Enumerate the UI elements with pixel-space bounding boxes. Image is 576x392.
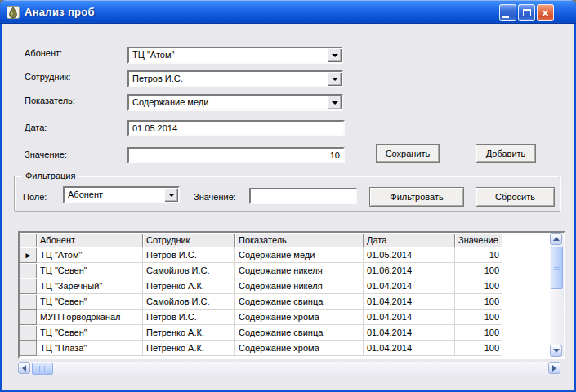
minimize-button[interactable] bbox=[499, 4, 516, 21]
column-header-abonent[interactable]: Абонент bbox=[37, 233, 143, 247]
cell-znachenie[interactable]: 100 bbox=[455, 310, 502, 325]
label-znachenie: Значение: bbox=[25, 149, 67, 159]
horizontal-scrollbar[interactable] bbox=[18, 362, 560, 376]
table-row[interactable]: ТЦ "Севен" Самойлов И.С. Содержание нике… bbox=[20, 263, 502, 278]
title-bar[interactable]: Анализ проб × bbox=[0, 0, 576, 24]
abonent-combobox-dropdown-button[interactable] bbox=[328, 48, 342, 62]
filter-field-dropdown-button[interactable] bbox=[164, 188, 178, 202]
cell-sotrudnik[interactable]: Самойлов И.С. bbox=[143, 263, 235, 278]
indicator-combobox[interactable]: Содержание меди bbox=[127, 94, 343, 111]
cell-data[interactable]: 01.05.2014 bbox=[364, 247, 455, 263]
vertical-scrollbar-thumb[interactable] bbox=[551, 247, 563, 289]
row-selector-cell[interactable] bbox=[20, 310, 37, 325]
table-row[interactable]: ТЦ "Севен" Самойлов И.С. Содержание свин… bbox=[20, 294, 502, 310]
current-row-arrow-icon: ► bbox=[25, 252, 33, 260]
chevron-down-icon bbox=[332, 101, 338, 108]
chevron-right-icon bbox=[552, 365, 556, 372]
table-row[interactable]: ► ТЦ "Атом" Петров И.С. Содержание меди … bbox=[20, 247, 502, 263]
row-selector-cell[interactable] bbox=[20, 278, 37, 294]
abonent-combobox-value: ТЦ "Атом" bbox=[132, 48, 325, 62]
add-button[interactable]: Добавить bbox=[476, 144, 536, 163]
table-row[interactable]: ТЦ "Заречный" Петренко А.К. Содержание н… bbox=[20, 278, 502, 294]
row-selector-cell[interactable] bbox=[20, 341, 37, 356]
table-row[interactable]: ТЦ "Плаза" Петренко А.К. Содержание хром… bbox=[20, 341, 502, 356]
indicator-combobox-dropdown-button[interactable] bbox=[328, 96, 342, 109]
label-sotrudnik: Сотрудник: bbox=[25, 72, 71, 82]
scroll-right-button[interactable] bbox=[548, 362, 560, 374]
label-pokazatel: Показатель: bbox=[25, 96, 75, 105]
cell-data[interactable]: 01.04.2014 bbox=[364, 294, 455, 310]
chevron-down-icon bbox=[168, 194, 175, 200]
cell-znachenie[interactable]: 10 bbox=[455, 247, 502, 263]
cell-data[interactable]: 01.04.2014 bbox=[364, 278, 455, 294]
reset-button[interactable]: Сбросить bbox=[476, 187, 555, 207]
cell-abonent[interactable]: ТЦ "Атом" bbox=[37, 247, 143, 263]
cell-sotrudnik[interactable]: Петров И.С. bbox=[143, 310, 235, 325]
cell-abonent[interactable]: ТЦ "Севен" bbox=[37, 325, 143, 341]
chevron-up-icon bbox=[553, 237, 560, 241]
column-header-sotrudnik[interactable]: Сотрудник bbox=[143, 233, 235, 247]
filter-value-label: Значение: bbox=[194, 192, 236, 202]
row-selector-cell[interactable]: ► bbox=[20, 247, 37, 263]
cell-znachenie[interactable]: 100 bbox=[455, 325, 502, 341]
table-row[interactable]: ТЦ "Севен" Петренко А.К. Содержание свин… bbox=[20, 325, 502, 341]
cell-data[interactable]: 01.04.2014 bbox=[364, 341, 455, 356]
scroll-up-button[interactable] bbox=[550, 233, 562, 245]
cell-data[interactable]: 01.04.2014 bbox=[364, 310, 455, 325]
filter-button[interactable]: Фильтровать bbox=[369, 187, 464, 207]
cell-pokazatel[interactable]: Содержание хрома bbox=[235, 310, 364, 325]
cell-pokazatel[interactable]: Содержание никеля bbox=[235, 278, 364, 294]
vertical-scrollbar[interactable] bbox=[550, 233, 564, 357]
grid-content: Абонент Сотрудник Показатель Дата Значен… bbox=[20, 233, 550, 357]
row-selector-cell[interactable] bbox=[20, 263, 37, 278]
column-header-znachenie[interactable]: Значение bbox=[455, 233, 502, 247]
cell-abonent[interactable]: МУП Горводоканал bbox=[37, 310, 143, 325]
cell-data[interactable]: 01.06.2014 bbox=[364, 263, 455, 278]
horizontal-scrollbar-thumb[interactable] bbox=[32, 363, 53, 375]
maximize-button[interactable] bbox=[518, 4, 535, 21]
scroll-down-button[interactable] bbox=[550, 345, 562, 357]
row-selector-cell[interactable] bbox=[20, 294, 37, 310]
indicator-combobox-value: Содержание меди bbox=[132, 96, 325, 109]
close-button[interactable]: × bbox=[537, 4, 554, 21]
minimize-icon bbox=[502, 16, 509, 18]
abonent-combobox[interactable]: ТЦ "Атом" bbox=[127, 47, 343, 64]
cell-pokazatel[interactable]: Содержание никеля bbox=[235, 263, 364, 278]
date-input[interactable] bbox=[127, 120, 345, 136]
row-selector-cell[interactable] bbox=[20, 325, 37, 341]
cell-data[interactable]: 01.04.2014 bbox=[364, 325, 455, 341]
cell-sotrudnik[interactable]: Самойлов И.С. bbox=[143, 294, 235, 310]
cell-sotrudnik[interactable]: Петренко А.К. bbox=[143, 278, 235, 294]
cell-pokazatel[interactable]: Содержание хрома bbox=[235, 341, 364, 356]
cell-sotrudnik[interactable]: Петров И.С. bbox=[143, 247, 235, 263]
close-icon: × bbox=[542, 5, 549, 20]
chevron-down-icon bbox=[332, 78, 338, 84]
cell-abonent[interactable]: ТЦ "Заречный" bbox=[37, 278, 143, 294]
cell-znachenie[interactable]: 100 bbox=[455, 294, 502, 310]
cell-znachenie[interactable]: 100 bbox=[455, 278, 502, 294]
filter-field-label: Поле: bbox=[23, 192, 47, 202]
filter-field-combobox[interactable]: Абонент bbox=[63, 186, 180, 203]
cell-znachenie[interactable]: 100 bbox=[455, 263, 502, 278]
scroll-left-button[interactable] bbox=[18, 362, 30, 374]
cell-pokazatel[interactable]: Содержание свинца bbox=[235, 325, 364, 341]
cell-pokazatel[interactable]: Содержание свинца bbox=[235, 294, 364, 310]
employee-combobox[interactable]: Петров И.С. bbox=[127, 70, 343, 87]
cell-pokazatel[interactable]: Содержание меди bbox=[235, 247, 364, 263]
table-row[interactable]: МУП Горводоканал Петров И.С. Содержание … bbox=[20, 310, 502, 325]
app-window: Анализ проб × Абонент: Сотрудник: Показа… bbox=[0, 0, 576, 392]
cell-abonent[interactable]: ТЦ "Севен" bbox=[37, 294, 143, 310]
cell-sotrudnik[interactable]: Петренко А.К. bbox=[143, 341, 235, 356]
column-header-data[interactable]: Дата bbox=[364, 233, 455, 247]
grid-corner-cell bbox=[20, 233, 37, 247]
cell-znachenie[interactable]: 100 bbox=[455, 341, 502, 356]
employee-combobox-dropdown-button[interactable] bbox=[328, 72, 342, 86]
droplet-icon bbox=[7, 6, 20, 19]
cell-sotrudnik[interactable]: Петренко А.К. bbox=[143, 325, 235, 341]
cell-abonent[interactable]: ТЦ "Плаза" bbox=[37, 341, 143, 356]
column-header-pokazatel[interactable]: Показатель bbox=[235, 233, 364, 247]
filter-value-input[interactable] bbox=[249, 188, 357, 204]
save-button[interactable]: Сохранить bbox=[376, 144, 440, 163]
cell-abonent[interactable]: ТЦ "Севен" bbox=[37, 263, 143, 278]
value-input[interactable] bbox=[127, 147, 345, 163]
